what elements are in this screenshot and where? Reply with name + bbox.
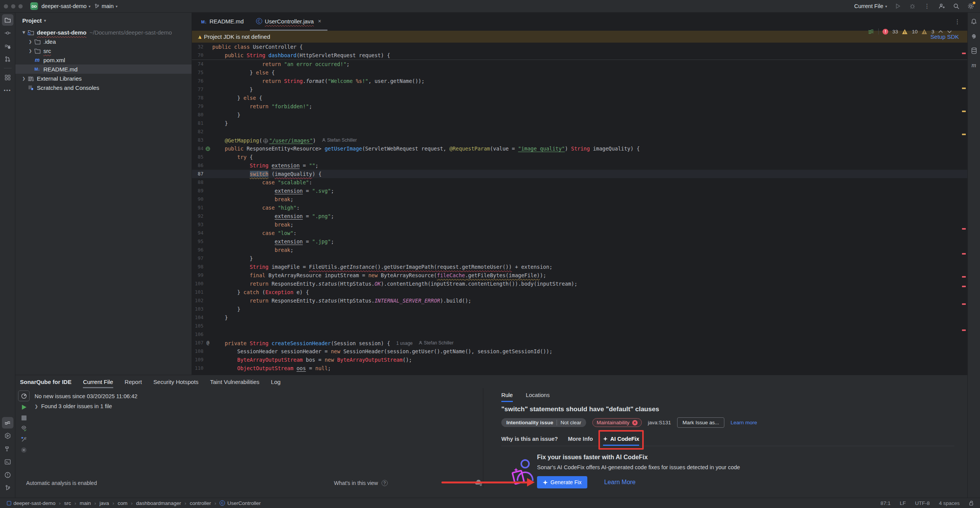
services-tool-icon[interactable] — [2, 430, 13, 442]
breadcrumb-item-src[interactable]: src — [64, 500, 71, 506]
database-tool-icon[interactable] — [968, 45, 980, 56]
tab-more-info[interactable]: More Info — [568, 433, 593, 446]
code-line-90[interactable]: 90 break; — [192, 195, 967, 204]
more-actions-kebab[interactable]: ⋮ — [923, 2, 931, 10]
code-line-96[interactable]: 96 break; — [192, 246, 967, 254]
chevron-right-icon[interactable]: ❯ — [27, 49, 33, 53]
problems-tool-icon[interactable] — [2, 469, 13, 481]
stripe-mark[interactable] — [962, 329, 966, 331]
code-line-70[interactable]: 70 public String dashboard(HttpServletRe… — [192, 51, 967, 60]
panel-tab-current-file[interactable]: Current File — [83, 375, 113, 388]
stripe-mark[interactable] — [962, 253, 966, 255]
chevron-right-icon[interactable]: ❯ — [27, 40, 33, 44]
chevron-right-icon[interactable]: ❯ — [21, 76, 27, 81]
code-line-81[interactable]: 81 } — [192, 119, 967, 127]
caret-position[interactable]: 87:1 — [881, 500, 891, 506]
next-issue-chevron[interactable] — [947, 30, 952, 33]
analysis-status-icon[interactable] — [18, 391, 30, 401]
tree-item-deeper-sast-demo[interactable]: ▾deeper-sast-demo~/Documents/deeper-sast… — [15, 28, 192, 37]
commit-tool-icon[interactable] — [2, 27, 13, 39]
code-line-75[interactable]: 75 } else { — [192, 68, 967, 77]
usages-inlay[interactable]: 1 usage — [396, 339, 413, 347]
git-tool-icon[interactable] — [2, 482, 13, 494]
panel-tab-log[interactable]: Log — [271, 375, 281, 388]
branch-switcher[interactable]: main▾ — [94, 3, 117, 9]
code-line-107[interactable]: 107@ private String createSessionHeader(… — [192, 339, 967, 347]
breadcrumb-item-usercontroller[interactable]: CUserController — [220, 500, 261, 506]
code-line-87[interactable]: 87 switch (imageQuality) { — [192, 170, 967, 178]
code-line-89[interactable]: 89 extension = ".svg"; — [192, 187, 967, 195]
sonarqube-panel-title[interactable]: SonarQube for IDE — [20, 379, 71, 385]
breadcrumb-item-com[interactable]: com — [118, 500, 128, 506]
whats-in-this-view[interactable]: What's in this view ? — [334, 480, 388, 486]
mark-issue-as-button[interactable]: Mark Issue as... — [677, 417, 724, 428]
code-line-110[interactable]: 110 ObjectOutputStream oos = null; — [192, 364, 967, 372]
tree-item-scratches-and-consoles[interactable]: Scratches and Consoles — [15, 83, 192, 92]
breadcrumb-item-main[interactable]: main — [80, 500, 91, 506]
code-line-103[interactable]: 103 } — [192, 305, 967, 313]
stripe-mark[interactable] — [962, 134, 966, 135]
stripe-mark[interactable] — [962, 53, 966, 54]
code-line-93[interactable]: 93 break; — [192, 220, 967, 229]
code-line-95[interactable]: 95 extension = ".jpg"; — [192, 237, 967, 246]
maven-tool-icon[interactable]: m — [968, 60, 980, 71]
code-line-101[interactable]: 101 } catch (Exception e) { — [192, 288, 967, 296]
run-configuration-selector[interactable]: Current File▾ — [854, 3, 887, 9]
run-analysis-button[interactable] — [18, 402, 30, 412]
stripe-mark[interactable] — [962, 303, 966, 305]
settings-gear-icon[interactable] — [967, 2, 975, 10]
code-with-me-icon[interactable] — [938, 2, 945, 10]
macos-window-controls[interactable] — [4, 4, 23, 8]
code-line-98[interactable]: 98 String imageFile = FileUtils.getInsta… — [192, 263, 967, 271]
terminal-tool-icon[interactable] — [2, 456, 13, 468]
code-line-74[interactable]: 74 return "an error occurred!"; — [192, 60, 967, 68]
code-line-85[interactable]: 85 try { — [192, 153, 967, 161]
code-line-91[interactable]: 91 case "high": — [192, 204, 967, 212]
code-line-99[interactable]: 99 final ByteArrayResource inputStream =… — [192, 271, 967, 280]
code-line-100[interactable]: 100 return ResponseEntity.status(HttpSta… — [192, 280, 967, 288]
ai-assistant-icon[interactable] — [968, 30, 980, 42]
code-line-78[interactable]: 78 } else { — [192, 94, 967, 102]
panel-tab-security-hotspots[interactable]: Security Hotspots — [154, 375, 199, 388]
help-icon[interactable]: ? — [382, 480, 388, 486]
code-line-106[interactable]: 106 — [192, 330, 967, 339]
editor-tab-usercontroller-java[interactable]: CUserController.java× — [250, 13, 327, 31]
found-issues-row[interactable]: ❯ Found 3 older issues in 1 file — [35, 401, 137, 411]
editor-tab-readme-md[interactable]: M↓README.md — [195, 13, 250, 31]
code-line-83[interactable]: 83 @GetMapping("/user/images")Stefan Sch… — [192, 136, 967, 144]
pull-requests-tool-icon[interactable] — [2, 53, 13, 65]
annotation-gutter-icon[interactable]: @ — [203, 339, 212, 347]
code-line-76[interactable]: 76 return String.format("Welcome %s!", u… — [192, 77, 967, 85]
maintainability-badge[interactable]: Maintainability ✕ — [592, 418, 642, 427]
indent-style[interactable]: 4 spaces — [939, 500, 960, 506]
tree-item--idea[interactable]: ❯.idea — [15, 37, 192, 46]
panel-tab-report[interactable]: Report — [125, 375, 142, 388]
tree-item-readme-md[interactable]: M↓README.md — [15, 65, 192, 74]
more-tools-icon[interactable]: ••• — [2, 84, 13, 96]
learn-more-link[interactable]: Learn more — [730, 420, 757, 425]
code-line-77[interactable]: 77 } — [192, 85, 967, 94]
stripe-mark[interactable] — [962, 286, 966, 287]
code-area[interactable]: 32public class UserController {70 public… — [192, 43, 967, 375]
breadcrumb-item-dashboardmanager[interactable]: dashboardmanager — [136, 500, 181, 506]
notifications-bell-icon[interactable] — [968, 16, 980, 27]
close-icon[interactable]: × — [318, 18, 321, 24]
tab-why-is-this-an-issue-[interactable]: Why is this an issue? — [501, 433, 558, 446]
code-line-92[interactable]: 92 extension = ".png"; — [192, 212, 967, 220]
stripe-mark[interactable] — [962, 276, 966, 278]
rule-tab-rule[interactable]: Rule — [501, 391, 513, 402]
file-encoding[interactable]: UTF-8 — [915, 500, 930, 506]
clear-results-icon[interactable] — [18, 445, 30, 455]
code-line-108[interactable]: 108 SessionHeader sessionHeader = new Se… — [192, 347, 967, 356]
intentionality-badge[interactable]: Intentionality issue Not clear — [501, 418, 586, 427]
code-line-88[interactable]: 88 case "scalable": — [192, 178, 967, 187]
run-button[interactable] — [894, 2, 902, 10]
breadcrumb-item-java[interactable]: java — [99, 500, 109, 506]
lock-icon[interactable] — [969, 500, 974, 506]
project-panel-header[interactable]: Project ▾ — [15, 13, 192, 28]
stop-analysis-button[interactable] — [18, 413, 30, 423]
analysis-settings-icon[interactable] — [18, 434, 30, 444]
panel-tab-taint-vulnerabilities[interactable]: Taint Vulnerabilities — [210, 375, 259, 388]
rule-tab-locations[interactable]: Locations — [526, 391, 550, 402]
sonarqube-tool-icon[interactable] — [2, 417, 13, 429]
